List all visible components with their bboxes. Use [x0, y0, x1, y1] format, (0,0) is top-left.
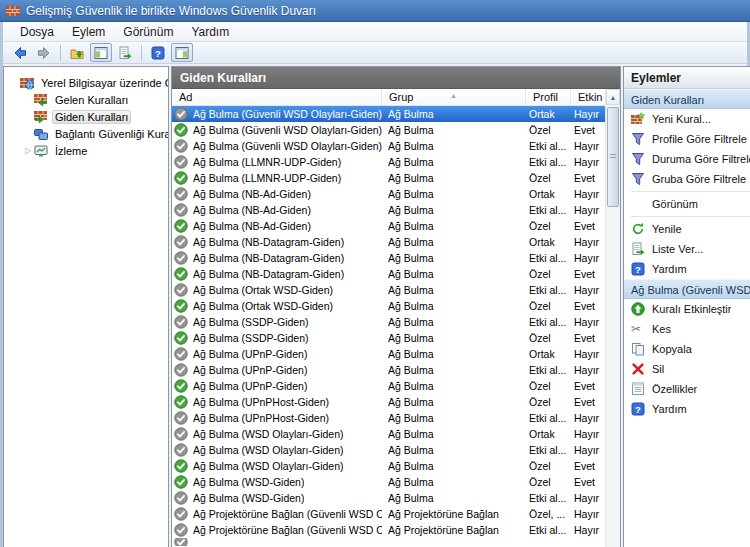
rule-disabled-icon [174, 443, 188, 457]
rule-row[interactable]: Ağ Bulma (NB-Ad-Giden)Ağ BulmaEtki al...… [172, 202, 606, 218]
action-sil[interactable]: Sil [624, 359, 750, 379]
forward-arrow-icon [37, 46, 51, 60]
firewall-globe-icon [20, 76, 34, 90]
column-header-etkin[interactable]: Etkin [571, 89, 606, 105]
rule-row[interactable]: Ağ Bulma (WSD Olayları-Giden)Ağ BulmaOrt… [172, 426, 606, 442]
rule-enabled-cell: Evet [571, 300, 606, 312]
rule-row[interactable]: Ağ Bulma (NB-Datagram-Giden)Ağ BulmaÖzel… [172, 266, 606, 282]
action-duruma-göre-filtrele[interactable]: Duruma Göre Filtrele [624, 149, 750, 169]
rule-row[interactable]: Ağ Bulma (UPnPHost-Giden)Ağ BulmaEtki al… [172, 410, 606, 426]
rule-row[interactable]: Ağ Bulma (Ortak WSD-Giden)Ağ BulmaEtki a… [172, 282, 606, 298]
help-button[interactable]: ? [147, 43, 169, 62]
actions-section-header[interactable]: Giden Kuralları [624, 89, 750, 109]
rule-name-cell: Ağ Projektörüne Bağlan (Güvenli WSD Ol..… [172, 507, 382, 521]
rule-enabled-cell: Evet [571, 172, 606, 184]
tree-item-gelen-kuralları[interactable]: Gelen Kuralları [18, 91, 168, 108]
action-yardım[interactable]: ?Yardım [624, 259, 750, 279]
action-label: Gruba Göre Filtrele [652, 173, 746, 185]
rule-name: Ağ Bulma (NB-Datagram-Giden) [193, 252, 344, 264]
rule-profile-cell: Özel [526, 172, 571, 184]
scroll-up-button[interactable]: ▲ [606, 89, 620, 105]
rule-enabled-cell: Evet [571, 476, 606, 488]
action-görünüm[interactable]: Görünüm [624, 194, 750, 214]
rule-row[interactable]: Ağ Bulma (NB-Ad-Giden)Ağ BulmaÖzelEvet [172, 218, 606, 234]
menu-görünüm[interactable]: Görünüm [114, 23, 182, 41]
vertical-scrollbar[interactable]: ▲ [605, 89, 620, 547]
rule-row[interactable]: Ağ Bulma (Güvenli WSD Olayları-Giden)Ağ … [172, 122, 606, 138]
rule-disabled-icon [174, 107, 188, 121]
rule-disabled-icon [174, 347, 188, 361]
action-özellikler[interactable]: Özellikler [624, 379, 750, 399]
tree-item-label: İzleme [52, 144, 90, 158]
action-yenile[interactable]: Yenile [624, 219, 750, 239]
rule-disabled-icon [174, 427, 188, 441]
tree-item-i-zleme[interactable]: ▷İzleme [18, 142, 168, 159]
rule-row[interactable]: Ağ Bulma (NB-Datagram-Giden)Ağ BulmaOrta… [172, 234, 606, 250]
rule-profile-cell: Ortak [526, 428, 571, 440]
rule-row[interactable] [172, 538, 606, 546]
action-kes[interactable]: ✂Kes [624, 319, 750, 339]
rule-enabled-icon [174, 171, 188, 185]
action-profile-göre-filtrele[interactable]: Profile Göre Filtrele [624, 129, 750, 149]
rule-row[interactable]: Ağ Bulma (SSDP-Giden)Ağ BulmaÖzelEvet [172, 330, 606, 346]
column-header-ad[interactable]: Ad [172, 89, 382, 105]
rule-disabled-icon [174, 507, 188, 521]
rule-row[interactable]: Ağ Bulma (Güvenli WSD Olayları-Giden)Ağ … [172, 138, 606, 154]
show-hide-action-pane-button[interactable] [171, 43, 193, 62]
rule-disabled-icon [174, 315, 188, 329]
rule-row[interactable]: Ağ Projektörüne Bağlan (Güvenli WSD Ol..… [172, 506, 606, 522]
rule-row[interactable]: Ağ Bulma (WSD-Giden)Ağ BulmaÖzelEvet [172, 474, 606, 490]
action-kuralı-etkinleştir[interactable]: Kuralı Etkinleştir [624, 299, 750, 319]
rule-row[interactable]: Ağ Bulma (UPnP-Giden)Ağ BulmaÖzelEvet [172, 378, 606, 394]
forward-button[interactable] [33, 43, 55, 62]
action-yardım[interactable]: ?Yardım [624, 399, 750, 419]
tree-item-yerel-bilgisayar-üzerinde-gelişm[interactable]: Yerel Bilgisayar üzerinde Gelişm [4, 74, 168, 91]
up-one-level-button[interactable] [66, 43, 88, 62]
action-yeni-kural[interactable]: Yeni Kural... [624, 109, 750, 129]
rule-row[interactable]: Ağ Bulma (LLMNR-UDP-Giden)Ağ BulmaEtki a… [172, 154, 606, 170]
actions-section-header[interactable]: Ağ Bulma (Güvenli WSD Ol [624, 279, 750, 299]
rule-name-cell: Ağ Bulma (Ortak WSD-Giden) [172, 299, 382, 313]
tree-item-bağlantı-güvenliği-kuralları[interactable]: Bağlantı Güvenliği Kuralları [18, 125, 168, 142]
rule-name-cell: Ağ Bulma (UPnP-Giden) [172, 347, 382, 361]
titlebar[interactable]: Gelişmiş Güvenlik ile birlikte Windows G… [0, 0, 750, 22]
action-label: Yenile [652, 223, 682, 235]
menu-yardım[interactable]: Yardım [182, 23, 238, 41]
rule-row[interactable]: Ağ Bulma (Ortak WSD-Giden)Ağ BulmaÖzelEv… [172, 298, 606, 314]
column-header-grup[interactable]: ▲Grup [382, 89, 526, 105]
rule-name-cell: Ağ Bulma (Güvenli WSD Olayları-Giden) [172, 123, 382, 137]
rule-row[interactable]: Ağ Bulma (UPnPHost-Giden)Ağ BulmaÖzelEve… [172, 394, 606, 410]
back-button[interactable] [9, 43, 31, 62]
rule-group-cell: Ağ Bulma [382, 332, 526, 344]
rule-profile-cell: Özel [526, 268, 571, 280]
export-list-button[interactable] [114, 43, 136, 62]
column-header-profil[interactable]: Profil [526, 89, 571, 105]
rule-row[interactable]: Ağ Bulma (UPnP-Giden)Ağ BulmaEtki al...H… [172, 362, 606, 378]
rule-row[interactable]: Ağ Projektörüne Bağlan (Güvenli WSD Ol..… [172, 522, 606, 538]
menu-eylem[interactable]: Eylem [63, 23, 114, 41]
rule-group-cell: Ağ Bulma [382, 236, 526, 248]
rule-group-cell: Ağ Bulma [382, 348, 526, 360]
show-hide-console-tree-button[interactable] [90, 43, 112, 62]
rule-row[interactable]: Ağ Bulma (WSD-Giden)Ağ BulmaEtki al...Ha… [172, 490, 606, 506]
rule-row[interactable]: Ağ Bulma (Güvenli WSD Olayları-Giden)Ağ … [172, 106, 606, 122]
rule-row[interactable]: Ağ Bulma (SSDP-Giden)Ağ BulmaEtki al...H… [172, 314, 606, 330]
tree-item-giden-kuralları[interactable]: Giden Kuralları [18, 108, 168, 125]
action-liste-ver[interactable]: Liste Ver... [624, 239, 750, 259]
rule-group-cell: Ağ Bulma [382, 428, 526, 440]
expand-arrow-icon[interactable]: ▷ [22, 146, 34, 155]
menu-dosya[interactable]: Dosya [11, 23, 63, 41]
rule-group-cell: Ağ Bulma [382, 252, 526, 264]
rule-row[interactable]: Ağ Bulma (NB-Datagram-Giden)Ağ BulmaEtki… [172, 250, 606, 266]
rule-row[interactable]: Ağ Bulma (WSD Olayları-Giden)Ağ BulmaÖze… [172, 458, 606, 474]
scrollbar-thumb[interactable] [607, 107, 619, 207]
rule-profile-cell: Ortak [526, 108, 571, 120]
rule-enabled-icon [174, 331, 188, 345]
rule-row[interactable]: Ağ Bulma (LLMNR-UDP-Giden)Ağ BulmaÖzelEv… [172, 170, 606, 186]
action-gruba-göre-filtrele[interactable]: Gruba Göre Filtrele [624, 169, 750, 189]
action-kopyala[interactable]: Kopyala [624, 339, 750, 359]
rule-row[interactable]: Ağ Bulma (WSD Olayları-Giden)Ağ BulmaEtk… [172, 442, 606, 458]
rule-row[interactable]: Ağ Bulma (NB-Ad-Giden)Ağ BulmaOrtakHayır [172, 186, 606, 202]
rule-row[interactable]: Ağ Bulma (UPnP-Giden)Ağ BulmaOrtakHayır [172, 346, 606, 362]
rule-disabled-icon [174, 538, 188, 546]
